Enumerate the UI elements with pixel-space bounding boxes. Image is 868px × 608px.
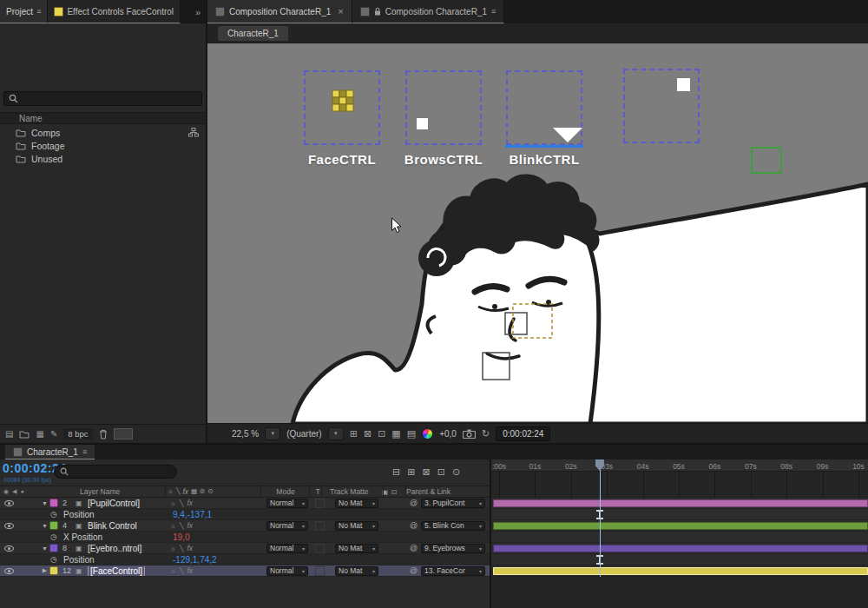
layer-color-swatch[interactable]: [49, 544, 58, 552]
zoom-value[interactable]: 22,5 %: [232, 429, 259, 439]
collapse-switch-icon[interactable]: ☼: [170, 545, 176, 552]
adjust-icon[interactable]: ✎: [50, 429, 57, 439]
track-matte-dropdown[interactable]: No Mat▾: [335, 566, 378, 576]
parent-pickwhip-icon[interactable]: @: [408, 521, 419, 530]
composition-mini-flowchart-icon[interactable]: ⊟: [392, 466, 400, 478]
project-item-footage[interactable]: Footage: [0, 139, 206, 152]
timeline-tab[interactable]: CharacteR_1 ≡: [5, 445, 95, 459]
face-ctrl-null-box[interactable]: [304, 70, 380, 145]
blend-mode-dropdown[interactable]: Normal▾: [266, 499, 308, 508]
tab-effect-controls[interactable]: Effect Controls FaceControl: [48, 0, 181, 23]
stopwatch-icon[interactable]: ◷: [50, 555, 62, 564]
resolution-value[interactable]: (Quarter): [286, 429, 322, 439]
layer-name[interactable]: [Eyebro..ntrol]: [88, 544, 170, 553]
property-value[interactable]: 9,4,-137,1: [173, 510, 212, 519]
project-item-comps[interactable]: Comps: [0, 126, 206, 139]
tab-project[interactable]: Project ≡: [0, 0, 48, 23]
collapse-switch-icon[interactable]: ☼: [170, 499, 176, 507]
mask-visibility-icon[interactable]: ⊠: [364, 428, 372, 439]
viewer-timecode[interactable]: 0:00:02:24: [496, 426, 550, 441]
blend-mode-dropdown[interactable]: Normal▾: [266, 544, 308, 553]
transparency-grid-icon[interactable]: ▦: [391, 428, 400, 439]
layer-bar-pupilcontrol[interactable]: [493, 499, 868, 507]
quality-switch-icon[interactable]: ╲: [180, 567, 184, 575]
panel-menu-icon[interactable]: ≡: [82, 447, 87, 456]
panel-menu-icon[interactable]: ≡: [36, 7, 41, 16]
property-name[interactable]: X Position: [63, 532, 168, 542]
timeline-search-input[interactable]: [54, 465, 177, 479]
parent-dropdown[interactable]: 5. Blink Con▾: [421, 521, 485, 531]
property-row-position[interactable]: ◷ Position -129,1,74,2: [0, 554, 490, 565]
preserve-transparency-toggle[interactable]: [315, 521, 325, 531]
track-matte-column-label[interactable]: Track Matte: [330, 487, 380, 496]
layer-bar-eyebrowcontrol[interactable]: [493, 545, 868, 552]
twirl-down-icon[interactable]: ▼: [40, 523, 49, 529]
quality-switch-icon[interactable]: ╲: [180, 522, 184, 530]
tab-composition-1[interactable]: Composition CharacteR_1 ×: [207, 0, 352, 23]
layer-row-blinkcontrol[interactable]: ▼ 4 ▣ Blink Control ☼╲fx Normal▾ No Mat▾…: [0, 520, 490, 532]
panel-menu-icon[interactable]: ≡: [491, 7, 496, 16]
property-value[interactable]: 19,0: [173, 532, 189, 542]
parent-dropdown[interactable]: 3. PupilCont▾: [421, 499, 485, 508]
layer-bar-blinkcontrol[interactable]: [493, 522, 868, 530]
project-search-input[interactable]: [3, 91, 202, 106]
snapshot-camera-icon[interactable]: [463, 429, 476, 439]
new-folder-icon[interactable]: [19, 430, 30, 439]
motion-blur-icon[interactable]: ⊙: [452, 466, 460, 478]
trash-icon[interactable]: [99, 429, 108, 439]
layer-color-swatch[interactable]: [49, 499, 58, 507]
track-matte-dropdown[interactable]: No Mat▾: [335, 521, 378, 531]
track-matte-dropdown[interactable]: No Mat▾: [335, 499, 378, 508]
project-bit-depth[interactable]: 8 bpc: [63, 428, 92, 439]
interpret-footage-icon[interactable]: ▤: [5, 429, 13, 439]
channel-color-icon[interactable]: [422, 428, 433, 439]
collapse-switch-icon[interactable]: ☼: [170, 567, 176, 575]
preserve-transparency-toggle[interactable]: [315, 566, 325, 576]
brows-ctrl-null-box[interactable]: [405, 70, 482, 145]
layer-visibility-eye-icon[interactable]: [3, 523, 15, 529]
blend-mode-dropdown[interactable]: Normal▾: [266, 521, 308, 531]
view-layout-icon[interactable]: ▤: [407, 428, 416, 439]
layer-color-swatch[interactable]: [49, 566, 58, 575]
track-matte-dropdown[interactable]: No Mat▾: [335, 544, 378, 553]
project-item-unused[interactable]: Unused: [0, 152, 206, 165]
fx-switch-icon[interactable]: fx: [187, 544, 193, 552]
layer-row-eyebrowcontrol[interactable]: ▼ 8 ▣ [Eyebro..ntrol] ☼╲fx Normal▾ No Ma…: [0, 543, 490, 554]
mode-column-label[interactable]: Mode: [264, 487, 307, 496]
property-row-position[interactable]: ◷ Position 9,4,-137,1: [0, 509, 490, 520]
fx-switch-icon[interactable]: fx: [187, 499, 193, 507]
stopwatch-icon[interactable]: ◷: [50, 532, 62, 541]
layer-name[interactable]: Blink Control: [88, 521, 170, 531]
layer-name[interactable]: [PupilControl]: [88, 499, 170, 508]
collapse-switch-icon[interactable]: ☼: [170, 522, 176, 530]
twirl-right-icon[interactable]: ▶: [40, 567, 49, 574]
layer-name-column-label[interactable]: Layer Name: [80, 487, 141, 496]
property-name[interactable]: Position: [63, 555, 168, 565]
blink-ctrl-slider-track[interactable]: [505, 145, 583, 148]
parent-pickwhip-icon[interactable]: @: [408, 566, 419, 575]
layer-visibility-eye-icon[interactable]: [3, 500, 15, 506]
layer-visibility-eye-icon[interactable]: [3, 545, 15, 552]
parent-link-column-label[interactable]: Parent & Link: [406, 487, 450, 496]
layer-row-pupilcontrol[interactable]: ▼ 2 ▣ [PupilControl] ☼╲fx Normal▾ No Mat…: [0, 498, 490, 509]
close-icon[interactable]: ×: [338, 6, 343, 17]
playhead-line[interactable]: [600, 470, 601, 577]
layer-color-swatch[interactable]: [49, 521, 58, 530]
twirl-down-icon[interactable]: ▼: [40, 545, 49, 552]
fx-switch-icon[interactable]: fx: [187, 521, 193, 530]
project-columns-header[interactable]: Name: [0, 112, 206, 124]
blink-ctrl-null-box[interactable]: [506, 70, 582, 145]
more-panels-icon[interactable]: »: [190, 0, 206, 23]
resolution-dropdown-icon[interactable]: ▾: [328, 427, 344, 440]
parent-pickwhip-icon[interactable]: @: [408, 499, 419, 507]
frame-blending-icon[interactable]: ⊡: [437, 466, 445, 478]
blend-mode-dropdown[interactable]: Normal▾: [266, 566, 308, 576]
quality-switch-icon[interactable]: ╲: [180, 499, 184, 507]
extra-ctrl-null-box[interactable]: [623, 69, 700, 143]
show-snapshot-icon[interactable]: ↻: [482, 428, 490, 439]
composition-viewer[interactable]: FaceCTRL BrowsCTRL BlinkCTRL: [207, 43, 868, 423]
parent-dropdown[interactable]: 13. FaceCor▾: [421, 566, 485, 576]
region-of-interest-icon[interactable]: ⊡: [378, 428, 385, 439]
quality-switch-icon[interactable]: ╲: [180, 545, 184, 552]
twirl-down-icon[interactable]: ▼: [40, 500, 49, 506]
